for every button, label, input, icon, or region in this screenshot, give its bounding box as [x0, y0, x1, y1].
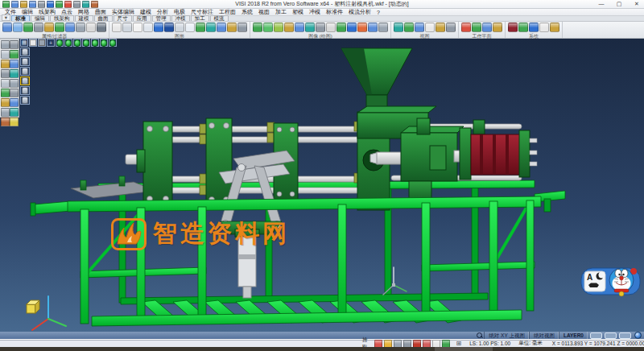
qat-icon-8[interactable]: [64, 1, 72, 8]
snap-icon-1[interactable]: [374, 340, 382, 348]
left-panel-icon-8[interactable]: [10, 69, 19, 78]
ribbon-tool-icon[interactable]: [336, 23, 346, 32]
ribbon-tool-icon[interactable]: [175, 23, 184, 32]
tab-模流[interactable]: 模流: [210, 15, 229, 21]
tab-标准[interactable]: 标准: [11, 15, 30, 21]
cylinder-tool-4[interactable]: [20, 76, 30, 85]
menu-item-视图[interactable]: 视图: [258, 8, 270, 16]
snap-icon-7[interactable]: [432, 340, 440, 348]
left-panel-icon-16[interactable]: [10, 108, 19, 117]
ribbon-tool-icon[interactable]: [529, 23, 539, 32]
ribbon-tool-icon[interactable]: [112, 23, 122, 32]
ribbon-tool-icon[interactable]: [185, 23, 195, 32]
qat-icon-10[interactable]: [82, 1, 89, 8]
shaded-white-button[interactable]: [29, 39, 37, 47]
tab-曲面[interactable]: 曲面: [94, 15, 113, 21]
ribbon-tool-icon[interactable]: [154, 23, 163, 32]
menu-item-标准件[interactable]: 标准件: [326, 8, 343, 16]
search-icon[interactable]: [477, 332, 482, 338]
qat-icon-5[interactable]: [38, 1, 45, 8]
qat-icon-9[interactable]: [73, 1, 80, 8]
left-panel-icon-14[interactable]: [10, 98, 19, 107]
status-button-2[interactable]: [605, 332, 617, 339]
left-panel-icon-4[interactable]: [10, 50, 19, 59]
ribbon-tool-icon[interactable]: [446, 23, 456, 32]
tab-冲模[interactable]: 冲模: [171, 15, 190, 21]
menu-item-冲模[interactable]: 冲模: [309, 8, 320, 16]
view-front-button[interactable]: [64, 39, 72, 47]
qat-icon-3[interactable]: [20, 1, 27, 8]
snap-icon-5[interactable]: [413, 340, 421, 348]
grid-toggle-icon[interactable]: ⊞: [456, 340, 462, 347]
ribbon-tool-icon[interactable]: [539, 23, 549, 32]
cylinder-tool-1[interactable]: [20, 47, 30, 56]
view-top-button[interactable]: [82, 39, 90, 47]
shaded-gray-button[interactable]: [38, 39, 46, 47]
ribbon-tool-icon[interactable]: [550, 23, 559, 32]
zoom-plus-button[interactable]: +: [47, 39, 55, 47]
view-name-indicator[interactable]: 绝对视图: [529, 332, 559, 339]
left-panel-icon-5[interactable]: [1, 60, 10, 68]
grid-snap-button[interactable]: ▦: [20, 39, 28, 47]
status-button-1[interactable]: [590, 332, 602, 339]
tab-管理[interactable]: 管理: [152, 15, 171, 21]
snap-icon-3[interactable]: [394, 340, 402, 348]
left-panel-icon-6[interactable]: [10, 60, 19, 68]
view-back-button[interactable]: [73, 39, 81, 47]
ribbon-tool-icon[interactable]: [122, 23, 132, 32]
3d-viewport[interactable]: ▦+ 智造资料网 A: [0, 39, 644, 332]
left-panel-icon-3[interactable]: [1, 50, 10, 59]
ribbon-tool-icon[interactable]: [76, 23, 85, 32]
menu-item-加工[interactable]: 加工: [275, 8, 287, 16]
view-left-button[interactable]: [100, 39, 108, 47]
tab-应用[interactable]: 应用: [133, 15, 151, 21]
left-panel-icon-17[interactable]: [1, 118, 10, 126]
ribbon-tool-icon[interactable]: [472, 23, 481, 32]
ribbon-tool-icon[interactable]: [55, 23, 64, 32]
ribbon-tool-icon[interactable]: [482, 23, 492, 32]
view-right-button[interactable]: [109, 39, 117, 47]
qat-icon-11[interactable]: [91, 1, 98, 8]
ribbon-tool-icon[interactable]: [34, 23, 43, 32]
left-panel-icon-18[interactable]: [10, 118, 19, 126]
ribbon-tool-icon[interactable]: [253, 23, 262, 32]
cylinder-tool-3[interactable]: [20, 67, 30, 76]
menu-item-?[interactable]: ?: [377, 10, 380, 15]
ribbon-tool-icon[interactable]: [44, 23, 54, 32]
qat-icon-4[interactable]: [29, 1, 36, 8]
ribbon-tool-icon[interactable]: [436, 23, 445, 32]
ribbon-tool-icon[interactable]: [227, 23, 237, 32]
cylinder-tool-6[interactable]: [20, 96, 30, 105]
ribbon-tool-icon[interactable]: [143, 23, 153, 32]
ribbon-tool-icon[interactable]: [97, 23, 106, 32]
qat-icon-7[interactable]: [56, 1, 63, 8]
ribbon-tool-icon[interactable]: [237, 23, 247, 32]
ribbon-tool-icon[interactable]: [415, 23, 424, 32]
ribbon-tool-icon[interactable]: [404, 23, 414, 32]
view-bottom-button[interactable]: [91, 39, 99, 47]
snap-icon-4[interactable]: [403, 340, 411, 348]
left-panel-icon-2[interactable]: [10, 40, 19, 49]
ribbon-tool-icon[interactable]: [461, 23, 471, 32]
left-panel-icon-15[interactable]: [1, 108, 10, 117]
ribbon-tool-icon[interactable]: [196, 23, 205, 32]
left-panel-icon-7[interactable]: [1, 69, 10, 78]
tab-线架构[interactable]: 线架构: [50, 15, 74, 21]
ribbon-tool-icon[interactable]: [274, 23, 283, 32]
layer-indicator[interactable]: LAYER0: [559, 332, 588, 339]
ribbon-tool-icon[interactable]: [316, 23, 325, 32]
ribbon-tool-icon[interactable]: [518, 23, 528, 32]
tab-建模[interactable]: 建模: [75, 15, 93, 21]
left-panel-icon-10[interactable]: [10, 79, 19, 88]
close-button[interactable]: ✕: [632, 1, 642, 7]
ribbon-tool-icon[interactable]: [206, 23, 216, 32]
ribbon-tool-icon[interactable]: [347, 23, 357, 32]
qat-icon-2[interactable]: [11, 1, 19, 8]
left-panel-icon-11[interactable]: [1, 89, 10, 97]
ribbon-tool-icon[interactable]: [378, 23, 388, 32]
ribbon-tool-icon[interactable]: [368, 23, 378, 32]
tabstrip-overflow-button[interactable]: ▾: [2, 14, 10, 21]
ribbon-tool-icon[interactable]: [13, 23, 23, 32]
ribbon-tool-icon[interactable]: [425, 23, 435, 32]
snap-icon-8[interactable]: [442, 340, 450, 348]
